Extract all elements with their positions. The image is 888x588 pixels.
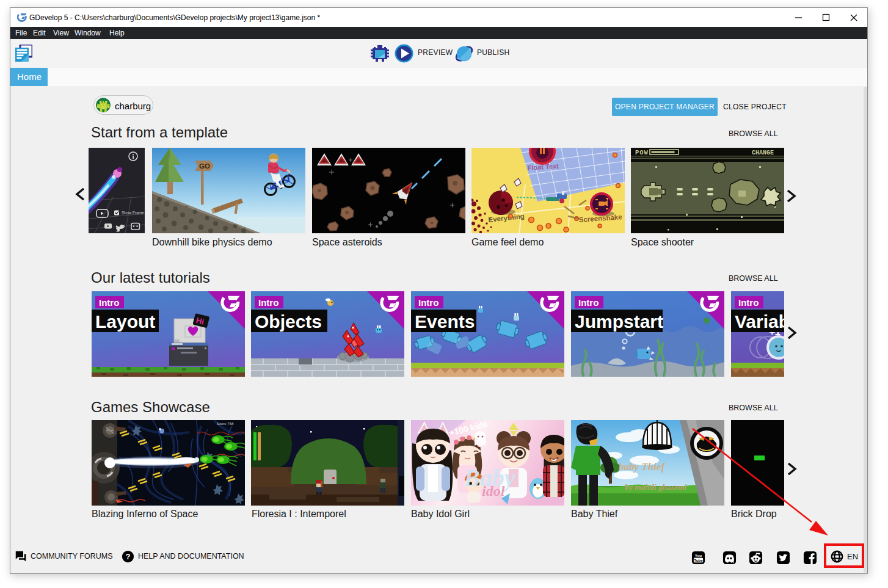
- svg-text:Intro: Intro: [418, 297, 439, 308]
- svg-text:Intro: Intro: [738, 297, 759, 308]
- svg-text:You: You: [695, 553, 702, 557]
- svg-text:Objects: Objects: [255, 311, 322, 332]
- svg-text:Jumpstart: Jumpstart: [575, 311, 663, 332]
- svg-text:Variables: Variables: [735, 311, 784, 332]
- svg-text:Events: Events: [415, 311, 475, 332]
- svg-text:Intro: Intro: [258, 297, 278, 308]
- svg-text:by mahdi ghasemi: by mahdi ghasemi: [625, 482, 687, 492]
- svg-text:idol: idol: [482, 483, 505, 499]
- svg-text:baby Thief: baby Thief: [619, 461, 666, 473]
- svg-text:GO: GO: [199, 162, 210, 170]
- svg-text:?: ?: [125, 552, 130, 561]
- svg-text:Intro: Intro: [578, 297, 599, 308]
- svg-text:POW: POW: [635, 149, 649, 156]
- svg-text:Score 768: Score 768: [217, 422, 234, 426]
- svg-text:CHANGE: CHANGE: [752, 150, 774, 156]
- svg-text:Intro: Intro: [99, 297, 119, 308]
- svg-text:Layout: Layout: [95, 311, 155, 332]
- svg-text:Tube: Tube: [694, 558, 703, 562]
- svg-text:Show Frame: Show Frame: [122, 211, 144, 215]
